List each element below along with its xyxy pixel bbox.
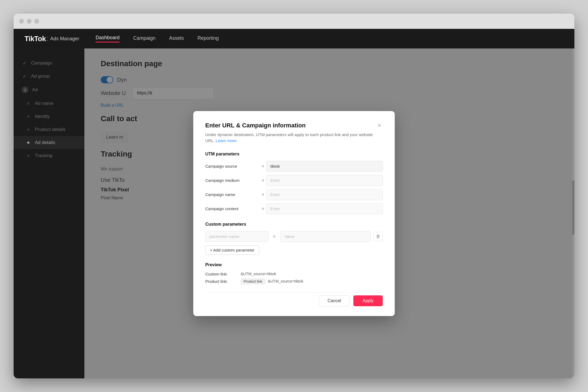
campaign-source-row: Campaign source = [205,161,383,172]
preview-product-utm: &UTM_source=tiktok [268,279,303,283]
add-custom-param-button[interactable]: + Add custom parameter [205,245,259,255]
campaign-source-input[interactable] [266,161,383,172]
preview-title: Preview [205,262,383,267]
preview-custom-link-label: Custom link: [205,272,238,276]
utm-section: UTM parameters Campaign source = Campaig… [205,152,383,214]
campaign-medium-label: Campaign medium [205,178,260,183]
campaign-content-row: Campaign content = [205,203,383,214]
cancel-button[interactable]: Cancel [319,295,350,306]
campaign-medium-eq: = [260,178,266,183]
preview-product-badge: Product link [241,278,265,284]
campaign-name-label: Campaign name [205,192,260,197]
campaign-content-label: Campaign content [205,206,260,211]
modal-title: Enter URL & Campaign information [205,122,306,129]
nav-bar: TikTok : Ads Manager Dashboard Campaign … [14,29,574,48]
preview-product-link-label: Product link: [205,279,238,284]
logo-dot: : [46,34,48,43]
custom-param-name-input[interactable] [205,231,268,242]
campaign-content-input[interactable] [266,203,383,214]
campaign-name-row: Campaign name = [205,189,383,200]
title-bar [14,14,574,29]
custom-param-value-input[interactable] [280,231,371,242]
learn-more-link[interactable]: Learn more [216,138,237,143]
maximize-traffic-light[interactable] [34,19,39,24]
main-area: ✓ Campaign ✓ Ad group 3 Ad Ad name Ident… [14,48,574,378]
modal-description: Under dynamic destination, UTM parameter… [205,132,383,144]
app-window: TikTok : Ads Manager Dashboard Campaign … [14,14,574,378]
close-traffic-light[interactable] [19,19,24,24]
preview-custom-link-value: &UTM_source=tiktok [241,272,276,276]
campaign-source-eq: = [260,164,266,169]
utm-section-title: UTM parameters [205,152,383,157]
campaign-name-input[interactable] [266,189,383,200]
delete-custom-param-button[interactable]: 🗑 [373,232,383,241]
campaign-name-eq: = [260,192,266,197]
trash-icon: 🗑 [376,234,381,239]
campaign-medium-row: Campaign medium = [205,175,383,186]
nav-item-dashboard[interactable]: Dashboard [96,35,120,42]
custom-param-row: = 🗑 [205,231,383,242]
close-button[interactable]: × [376,122,383,129]
nav-item-reporting[interactable]: Reporting [197,35,219,42]
modal-dialog: Enter URL & Campaign information × Under… [193,111,395,316]
logo: TikTok : Ads Manager [24,34,79,43]
custom-eq: = [271,234,278,239]
campaign-medium-input[interactable] [266,175,383,186]
traffic-lights [19,19,39,24]
campaign-source-label: Campaign source [205,164,260,169]
logo-tiktok: TikTok [24,35,46,43]
campaign-content-eq: = [260,206,266,211]
nav-item-campaign[interactable]: Campaign [133,35,155,42]
modal-header: Enter URL & Campaign information × [205,122,383,129]
preview-section: Preview Custom link: &UTM_source=tiktok … [205,262,383,284]
logo-subtitle: Ads Manager [50,36,79,42]
custom-params-section: Custom parameters = 🗑 + Add custom param… [205,222,383,255]
nav-items: Dashboard Campaign Assets Reporting [96,35,219,42]
apply-button[interactable]: Apply [353,295,383,306]
modal-overlay: Enter URL & Campaign information × Under… [14,48,574,378]
modal-footer: Cancel Apply [205,292,383,306]
nav-item-assets[interactable]: Assets [169,35,184,42]
preview-product-link-row: Product link: Product link &UTM_source=t… [205,278,383,284]
preview-custom-link-row: Custom link: &UTM_source=tiktok [205,272,383,276]
minimize-traffic-light[interactable] [27,19,32,24]
custom-section-title: Custom parameters [205,222,383,227]
